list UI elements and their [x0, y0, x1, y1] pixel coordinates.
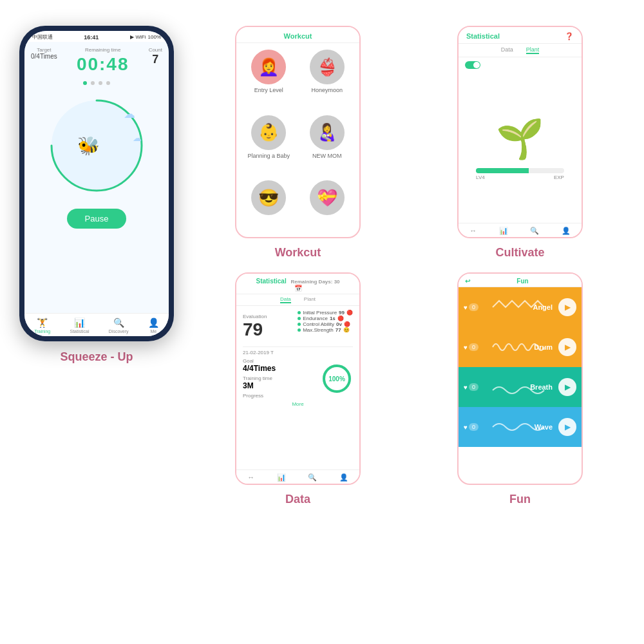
level-fill: [476, 168, 529, 173]
avatar-img-4: 👩‍🍼: [310, 115, 345, 150]
fun-item-angel[interactable]: ♥ 0 ▶ Angel: [459, 287, 582, 327]
cv-nav-overview[interactable]: 🔍: [530, 227, 539, 235]
more-link[interactable]: More: [243, 401, 353, 407]
time-text: 16:41: [84, 34, 99, 41]
chart-icon: 📊: [74, 317, 85, 328]
goal-value: 4/4Times: [243, 364, 276, 373]
data-body: Evaluation 79 Initial Pressure 99 🔴: [236, 306, 359, 469]
endurance-value: 1s: [330, 316, 336, 321]
nav-discovery[interactable]: 🔍 Discovery: [109, 317, 129, 334]
fun-item-wave[interactable]: ♥ 0 ▶ Wave: [459, 407, 582, 447]
fun-back-icon[interactable]: ↩: [465, 278, 470, 285]
exp-text: EXP: [554, 175, 564, 180]
level-bar: [476, 168, 564, 173]
breath-heart: ♥ 0: [464, 383, 478, 391]
pressure-label: Initial Pressure: [303, 310, 337, 316]
progress-dots: [83, 81, 110, 85]
fun-body: ♥ 0 ▶ Angel ♥ 0: [459, 287, 582, 484]
metric-control: Control Ability 0v 🔴: [298, 321, 353, 327]
drum-play-button[interactable]: ▶: [558, 338, 576, 356]
drum-heart: ♥ 0: [464, 343, 478, 351]
target-label: Target: [31, 47, 57, 53]
angel-play-button[interactable]: ▶: [558, 298, 576, 316]
nav-me-label: Me: [150, 329, 156, 334]
phone-nav: 🏋 Training 📊 Statistical 🔍 Discovery 👤 M…: [24, 313, 169, 336]
avatar-img-5: 😎: [251, 180, 286, 215]
help-icon[interactable]: ❓: [565, 32, 574, 41]
avatar-5[interactable]: 😎: [243, 180, 295, 231]
calendar-icon[interactable]: 📅: [294, 285, 302, 292]
angel-heart: ♥ 0: [464, 303, 478, 311]
data-subtitle: Remaining Days: 30: [291, 279, 340, 285]
dot-green-3: [298, 323, 301, 326]
dt-nav-overview[interactable]: 🔍: [308, 473, 317, 482]
target-value: 0/4Times: [31, 53, 57, 60]
dt-nav-tracking[interactable]: ↔: [247, 473, 254, 482]
tab-plant[interactable]: Plant: [526, 46, 540, 54]
control-value: 0v: [336, 321, 342, 327]
wave-count: 0: [469, 423, 478, 431]
search-icon: 🔍: [113, 317, 124, 328]
cultivate-toggle[interactable]: [465, 61, 480, 69]
training-value: 3M: [243, 381, 276, 390]
cultivate-nav: ↔ 📊 🔍 👤: [459, 223, 582, 237]
data-card: Statistical Remaining Days: 30 📅 Data Pl…: [235, 272, 361, 485]
dt-nav-statistical[interactable]: 📊: [277, 473, 286, 482]
remaining-label: Remaining time: [77, 47, 129, 53]
nav-statistical-label: Statistical: [70, 329, 90, 334]
workcut-header: Workcut: [236, 27, 359, 43]
avatar-6[interactable]: 💝: [301, 180, 354, 231]
workcut-label: Workcut: [275, 246, 321, 260]
cv-nav-me[interactable]: 👤: [562, 227, 571, 235]
pause-button[interactable]: Pause: [67, 209, 127, 229]
eval-value: 79: [243, 319, 267, 340]
avatar-img-3: 👶: [251, 115, 286, 150]
phone-frame: 中国联通 16:41 ▶ WiFi 100% Target 0/4Times: [19, 26, 174, 341]
fun-item-drum[interactable]: ♥ 0 ▶ Drum: [459, 327, 582, 367]
nav-training[interactable]: 🏋 Training: [34, 317, 50, 334]
data-label: Data: [285, 493, 310, 506]
pressure-icon: 🔴: [346, 310, 353, 316]
avatar-planning[interactable]: 👶 Planning a Baby: [243, 115, 295, 175]
fun-item-breath[interactable]: ♥ 0 ▶ Breath: [459, 367, 582, 407]
goal-row: Goal 4/4Times Training time 3M Progress: [243, 358, 353, 399]
dt-tab-data[interactable]: Data: [280, 296, 291, 303]
pressure-value: 99: [339, 310, 345, 316]
goal-info: Goal 4/4Times Training time 3M Progress: [243, 358, 276, 399]
avatar-newmom[interactable]: 👩‍🍼 NEW MOM: [301, 115, 354, 175]
breath-count: 0: [469, 383, 478, 391]
training-label: Training time: [243, 375, 276, 381]
person-icon: 👤: [148, 317, 159, 328]
cloud-icon-1: ☁: [124, 107, 135, 121]
angel-count: 0: [469, 303, 478, 311]
data-title: Statistical Remaining Days: 30: [236, 278, 359, 285]
breathing-circle: ☁ ☁ 🐝: [45, 94, 148, 197]
metrics-section: Initial Pressure 99 🔴 Endurance 1s 🔴: [298, 310, 353, 333]
breath-play-button[interactable]: ▶: [558, 378, 576, 396]
cultivate-tabs: Data Plant: [459, 44, 582, 57]
cv-nav-tracking[interactable]: ↔: [469, 227, 477, 235]
nav-statistical[interactable]: 📊 Statistical: [70, 317, 90, 334]
avatar-label-2: Honeymoon: [311, 87, 343, 93]
main-container: 中国联通 16:41 ▶ WiFi 100% Target 0/4Times: [6, 13, 638, 631]
dot-2: [91, 81, 95, 85]
cultivate-header: Statistical ❓: [459, 27, 582, 44]
tab-data[interactable]: Data: [501, 46, 513, 54]
dt-nav-me[interactable]: 👤: [339, 473, 348, 482]
dot-green-2: [298, 317, 301, 320]
cv-nav-statistical[interactable]: 📊: [499, 227, 508, 235]
progress-circle: 100%: [321, 363, 353, 395]
control-icon: 🔴: [344, 321, 350, 327]
dot-green-4: [298, 328, 301, 332]
wave-title: Wave: [535, 423, 553, 431]
screens-row-2: Statistical Remaining Days: 30 📅 Data Pl…: [193, 272, 625, 506]
nav-me[interactable]: 👤 Me: [148, 317, 159, 334]
dt-tab-plant[interactable]: Plant: [304, 296, 316, 303]
avatar-honeymoon[interactable]: 👙 Honeymoon: [301, 50, 354, 109]
breath-title: Breath: [530, 383, 553, 391]
avatar-entry[interactable]: 👩‍🦰 Entry Level: [243, 50, 295, 109]
wave-play-button[interactable]: ▶: [558, 418, 576, 436]
data-header: Statistical Remaining Days: 30 📅: [236, 274, 359, 294]
cultivate-title: Statistical: [466, 32, 500, 41]
evaluation-section: Evaluation 79: [243, 314, 267, 340]
